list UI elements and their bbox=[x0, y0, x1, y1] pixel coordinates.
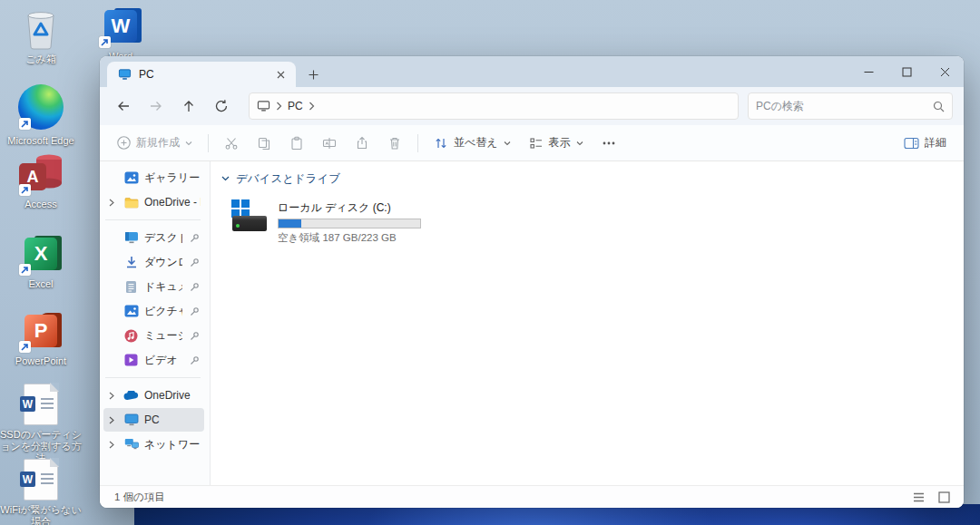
edge-app-icon bbox=[17, 82, 64, 132]
sidebar-item-network[interactable]: ネットワーク bbox=[103, 433, 204, 456]
tab-close-button[interactable] bbox=[272, 66, 289, 83]
chevron-right-icon bbox=[276, 102, 282, 111]
pin-icon[interactable] bbox=[188, 233, 201, 243]
shortcut-arrow-icon bbox=[19, 184, 31, 196]
new-plus-icon bbox=[117, 136, 131, 150]
chevron-down-icon bbox=[185, 141, 192, 146]
section-header-devices-and-drives[interactable]: デバイスとドライブ bbox=[221, 169, 964, 189]
powerpoint-app-icon: P bbox=[17, 309, 64, 353]
desktop-icon-label: ごみ箱 bbox=[25, 53, 56, 65]
sidebar-item-desktop[interactable]: デスクトップ bbox=[103, 226, 204, 249]
file-explorer-window: PC bbox=[100, 56, 964, 508]
list-view-icon bbox=[913, 492, 925, 502]
sidebar-item-music[interactable]: ミュージック bbox=[103, 324, 204, 347]
recycle-bin-icon bbox=[17, 7, 64, 51]
chevron-right-icon[interactable] bbox=[105, 441, 118, 449]
desktop-icon bbox=[123, 231, 139, 244]
shortcut-arrow-icon bbox=[19, 264, 31, 276]
pin-icon[interactable] bbox=[188, 355, 201, 365]
pin-icon[interactable] bbox=[188, 331, 201, 341]
drive-item-local-disk-c[interactable]: ローカル ディスク (C:) 空き領域 187 GB/223 GB bbox=[227, 196, 436, 248]
videos-icon bbox=[123, 354, 139, 366]
windows-logo-icon bbox=[231, 199, 250, 218]
new-button[interactable]: 新規作成 bbox=[109, 130, 201, 157]
close-button[interactable] bbox=[926, 56, 964, 87]
sidebar-item-label: PC bbox=[144, 413, 201, 426]
share-button[interactable] bbox=[347, 130, 377, 157]
desktop-icon-word[interactable]: W Word bbox=[82, 5, 160, 63]
sidebar-item-label: ダウンロード bbox=[144, 255, 182, 270]
sidebar-item-gallery[interactable]: ギャラリー bbox=[103, 166, 204, 190]
refresh-button[interactable] bbox=[207, 92, 236, 120]
chevron-right-icon[interactable] bbox=[105, 416, 118, 424]
tab-pc[interactable]: PC bbox=[107, 62, 296, 87]
view-button[interactable]: 表示 bbox=[521, 130, 592, 157]
sidebar-item-label: ビデオ bbox=[144, 353, 182, 368]
back-button[interactable] bbox=[109, 92, 138, 120]
chevron-right-icon[interactable] bbox=[105, 392, 118, 400]
sidebar-item-label: ミュージック bbox=[144, 328, 182, 344]
maximize-button[interactable] bbox=[887, 56, 926, 87]
network-icon bbox=[123, 438, 139, 451]
new-button-label: 新規作成 bbox=[136, 135, 180, 151]
desktop-icon-recycle-bin[interactable]: ごみ箱 bbox=[0, 7, 82, 65]
sort-button[interactable]: 並べ替え bbox=[426, 130, 519, 157]
address-bar[interactable]: PC bbox=[249, 92, 739, 120]
gallery-icon bbox=[123, 171, 139, 184]
desktop-icon-powerpoint[interactable]: P PowerPoint bbox=[0, 309, 82, 367]
new-tab-button[interactable] bbox=[301, 63, 325, 85]
search-icon bbox=[933, 101, 945, 112]
delete-button[interactable] bbox=[379, 130, 410, 157]
desktop-icon-edge[interactable]: Microsoft Edge bbox=[0, 82, 82, 147]
view-button-label: 表示 bbox=[549, 135, 571, 151]
drive-free-space: 空き領域 187 GB/223 GB bbox=[278, 231, 421, 245]
excel-app-icon: X bbox=[17, 232, 64, 276]
caption-buttons bbox=[849, 56, 964, 87]
pin-icon[interactable] bbox=[188, 258, 201, 267]
pc-monitor-icon bbox=[123, 413, 139, 426]
forward-button[interactable] bbox=[142, 92, 171, 120]
desktop-icon-doc-ssd[interactable]: W SSDのパーティションを分割する方法 bbox=[0, 383, 82, 464]
content-pane: デバイスとドライブ ローカル ディスク (C:) 空き領域 187 GB/223… bbox=[211, 161, 964, 485]
up-button[interactable] bbox=[174, 92, 203, 120]
more-options-button[interactable] bbox=[593, 130, 624, 157]
sidebar-item-downloads[interactable]: ダウンロード bbox=[103, 250, 204, 274]
copy-button[interactable] bbox=[249, 130, 279, 157]
desktop-icon-access[interactable]: A Access bbox=[0, 152, 82, 210]
shortcut-arrow-icon bbox=[19, 341, 31, 353]
sidebar-item-onedrive-personal[interactable]: OneDrive - Pers bbox=[103, 190, 204, 214]
search-input[interactable] bbox=[756, 100, 933, 112]
more-icon bbox=[603, 141, 615, 145]
word-document-icon: W bbox=[17, 458, 64, 501]
list-view-toggle[interactable] bbox=[907, 488, 929, 506]
chevron-right-icon bbox=[309, 102, 315, 111]
pin-icon[interactable] bbox=[188, 306, 201, 316]
sidebar-item-pc[interactable]: PC bbox=[103, 408, 204, 432]
tab-bar: PC bbox=[100, 56, 964, 87]
sort-button-label: 並べ替え bbox=[454, 135, 498, 151]
chevron-down-icon bbox=[504, 141, 511, 146]
rename-button[interactable] bbox=[314, 130, 345, 157]
minimize-button[interactable] bbox=[849, 56, 887, 87]
sidebar-item-pictures[interactable]: ピクチャ bbox=[103, 299, 204, 323]
sidebar-separator bbox=[105, 219, 201, 220]
details-pane-label: 詳細 bbox=[925, 135, 946, 151]
sidebar-item-videos[interactable]: ビデオ bbox=[103, 348, 204, 372]
pin-icon[interactable] bbox=[188, 282, 201, 292]
shortcut-arrow-icon bbox=[19, 118, 31, 130]
paste-button[interactable] bbox=[281, 130, 312, 157]
sidebar-item-onedrive[interactable]: OneDrive bbox=[103, 384, 204, 407]
desktop-icon-doc-wifi[interactable]: W WiFiが繋がらない場合 bbox=[0, 458, 82, 525]
search-box[interactable] bbox=[748, 92, 953, 120]
desktop-icon-excel[interactable]: X Excel bbox=[0, 232, 82, 290]
thumbnail-view-toggle[interactable] bbox=[933, 488, 955, 506]
chevron-right-icon[interactable] bbox=[105, 199, 118, 207]
cut-button[interactable] bbox=[216, 130, 247, 157]
details-pane-button[interactable]: 詳細 bbox=[896, 130, 955, 157]
view-icon bbox=[529, 136, 544, 151]
breadcrumb-item-pc[interactable]: PC bbox=[288, 100, 303, 112]
documents-icon bbox=[123, 280, 139, 294]
status-bar: 1 個の項目 bbox=[100, 485, 964, 508]
sidebar-separator bbox=[105, 377, 201, 378]
sidebar-item-documents[interactable]: ドキュメント bbox=[103, 275, 204, 298]
